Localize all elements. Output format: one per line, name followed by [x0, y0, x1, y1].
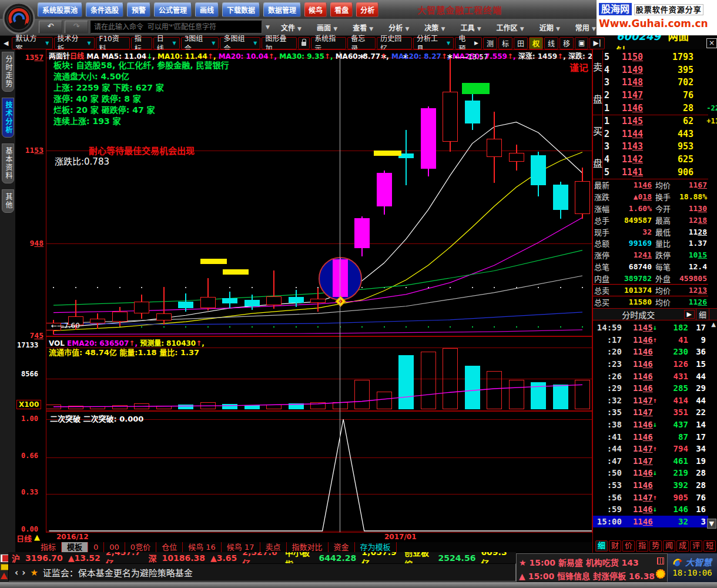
- right-tab-势[interactable]: 势: [649, 540, 662, 552]
- news-item[interactable]: ★ 15:00 新易盛 机构吃货 143: [519, 556, 666, 568]
- ticks-expand-icon[interactable]: ▶: [684, 310, 695, 319]
- tick-row[interactable]: :53114639228: [593, 479, 708, 492]
- tick-row[interactable]: :591146↓14616: [593, 503, 708, 516]
- right-tab-财[interactable]: 财: [609, 540, 621, 552]
- bottom-tab-模板[interactable]: 模板: [62, 542, 88, 553]
- bottom-tab-00[interactable]: 00: [104, 542, 125, 553]
- main-chart[interactable]: ****两面针日线 MA MA5: 11.04↓, MA10: 11.44↑, …: [46, 49, 592, 336]
- sidebar-tab-分时走势[interactable]: 分时走势: [2, 52, 14, 92]
- order-book-row[interactable]: 1114628-22: [603, 102, 717, 115]
- tool-备忘录[interactable]: 备忘录: [347, 37, 376, 49]
- bottom-tab-存为模板[interactable]: 存为模板: [355, 542, 397, 553]
- marquee-next-icon[interactable]: ›: [22, 567, 25, 578]
- command-input[interactable]: [91, 21, 262, 34]
- menu-工作区[interactable]: 工作区 ▼: [497, 22, 524, 32]
- tool-测[interactable]: 测: [483, 37, 497, 49]
- menu-工具[interactable]: 工具 ▼: [460, 22, 481, 32]
- bottom-tab-仓位[interactable]: 仓位: [156, 542, 183, 553]
- toolbar-button-下载数据[interactable]: 下载数据: [222, 2, 260, 17]
- order-book-row[interactable]: 21144443: [603, 128, 717, 141]
- tool-日线[interactable]: 日线▼: [153, 37, 180, 49]
- tick-row[interactable]: :35114735122: [593, 406, 708, 419]
- right-tab-短[interactable]: 短: [703, 540, 716, 552]
- tick-row[interactable]: :171146↑419: [593, 334, 708, 346]
- order-book-row[interactable]: 31148702: [603, 76, 717, 89]
- order-book-row[interactable]: 31143953: [603, 141, 717, 153]
- tool-移[interactable]: 移: [559, 37, 574, 49]
- banner-ad[interactable]: 股海网 股票软件资源分享 Www.Guhai.com.cn: [597, 0, 717, 35]
- tool-权[interactable]: 权: [529, 37, 543, 49]
- menu-分析[interactable]: 分析 ▼: [388, 22, 409, 32]
- toolbar-button-看盘[interactable]: 看盘: [330, 2, 353, 17]
- tool-技术分析[interactable]: 技术分析▼: [54, 37, 95, 49]
- tick-row[interactable]: :26114643144: [593, 370, 708, 382]
- tool-▶|[interactable]: ▶|: [589, 37, 604, 49]
- tool-标[interactable]: 标: [498, 37, 512, 49]
- menu-画面[interactable]: 画面 ▼: [317, 22, 337, 32]
- tick-row[interactable]: :23114612615: [593, 358, 708, 370]
- tool-线[interactable]: 线: [544, 37, 558, 49]
- toolbar-button-预警[interactable]: 预警: [127, 2, 150, 17]
- volume-pane[interactable]: VOL EMA20: 636507↑, 预测量: 810430↑,流通市值: 4…: [46, 336, 592, 411]
- tick-row[interactable]: :501146↓21928: [593, 467, 708, 479]
- menu-近期[interactable]: 近期 ▼: [540, 22, 560, 32]
- tick-row[interactable]: :29114628529: [593, 382, 708, 395]
- tool-田[interactable]: 田: [514, 37, 528, 49]
- bottom-tab-0[interactable]: 0: [88, 542, 104, 553]
- toolbar-button-数据管理[interactable]: 数据管理: [263, 2, 301, 17]
- scroll-up-icon[interactable]: ▲: [711, 321, 716, 328]
- sidebar-tab-技术分析[interactable]: 技术分析: [2, 98, 14, 138]
- toolbar-button-公式管理[interactable]: 公式管理: [154, 2, 192, 17]
- tick-row[interactable]: :441147↑79434: [593, 443, 708, 455]
- tool-分析工具[interactable]: 分析工具▼: [413, 37, 454, 49]
- bottom-tab-指数对比[interactable]: 指数对比: [287, 542, 329, 553]
- right-tab-评[interactable]: 评: [690, 540, 702, 552]
- bottom-tab-0竞价[interactable]: 0竞价: [125, 542, 156, 553]
- toolbar-button-分析[interactable]: 分析: [356, 2, 378, 17]
- tick-row[interactable]: :47114746119: [593, 455, 708, 467]
- news-item[interactable]: ▲ 15:00 恒锋信息 封涨停板 16.38: [519, 570, 666, 582]
- news-grid-icon[interactable]: [657, 557, 664, 566]
- indicator-pane[interactable]: 二次突破 二次突破: 0.000: [46, 411, 592, 533]
- order-book-row[interactable]: 1114562+11: [603, 115, 717, 128]
- right-tab-细[interactable]: 细: [595, 540, 608, 552]
- menu-决策[interactable]: 决策 ▼: [424, 22, 445, 32]
- tick-row[interactable]: :20114623036: [593, 346, 708, 358]
- scroll-down-icon[interactable]: ▼: [707, 519, 716, 529]
- ticks-detail-button[interactable]: 细: [696, 308, 709, 320]
- toolbar-button-条件选股[interactable]: 条件选股: [86, 2, 123, 17]
- marquee-prev-icon[interactable]: ‹: [15, 567, 18, 578]
- menu-查看[interactable]: 查看 ▼: [353, 22, 373, 32]
- tool-F10资料[interactable]: F10资料: [96, 37, 130, 49]
- sidebar-tab-其他[interactable]: 其他: [2, 189, 14, 213]
- settings-gear-icon[interactable]: [656, 569, 665, 580]
- tick-row[interactable]: 14:591145↓18217: [593, 322, 708, 334]
- bottom-tab-候鸟 17[interactable]: 候鸟 17: [222, 542, 260, 553]
- period-arrow-icon[interactable]: ▲: [34, 533, 40, 542]
- tool-图形叠加[interactable]: 图形叠加: [262, 37, 297, 49]
- order-book-row[interactable]: 41149395: [603, 64, 717, 76]
- right-tab-闻[interactable]: 闻: [663, 540, 675, 552]
- order-book-row[interactable]: 511501793: [603, 51, 717, 64]
- tick-row[interactable]: :321147↑41444: [593, 395, 708, 407]
- index-status-bar[interactable]: 沪3196.70▲13.522,457.7亿深10186.38▲3.652,52…: [8, 552, 516, 563]
- tool-系统指示[interactable]: 系统指示: [311, 37, 346, 49]
- tool-电预[interactable]: 电预▶: [455, 37, 482, 49]
- close-icon[interactable]: ×: [706, 38, 717, 48]
- right-tab-成[interactable]: 成: [676, 540, 689, 552]
- bottom-tab-候鸟 16[interactable]: 候鸟 16: [183, 542, 222, 553]
- collapse-left-icon[interactable]: ◀: [4, 39, 8, 47]
- order-book-row[interactable]: 41142625: [603, 153, 717, 166]
- sidebar-tab-基本资料[interactable]: 基本资料: [2, 143, 14, 183]
- right-tab-价[interactable]: 价: [622, 540, 635, 552]
- toolbar-button-画线[interactable]: 画线: [195, 2, 219, 17]
- order-book-row[interactable]: 51141906: [603, 166, 717, 179]
- menu-常用[interactable]: 常用 ▼: [575, 22, 596, 32]
- tool-历史回忆[interactable]: 历史回忆: [377, 37, 412, 49]
- tool-默认方案[interactable]: 默认方案▼: [12, 37, 52, 49]
- tick-row[interactable]: 15:001146323: [593, 516, 708, 528]
- toolbar-button-候鸟[interactable]: 候鸟: [304, 2, 327, 17]
- tool-多图组合[interactable]: 多图组合▼: [220, 37, 260, 49]
- bottom-tab-资金[interactable]: 资金: [329, 542, 355, 553]
- tick-row[interactable]: :561147↑90576: [593, 491, 708, 503]
